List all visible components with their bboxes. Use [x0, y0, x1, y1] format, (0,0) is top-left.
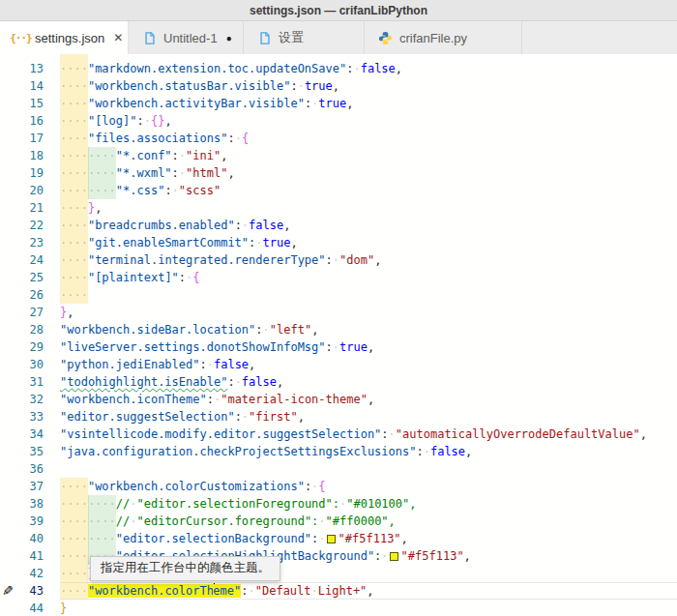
code-line-content[interactable]: "java.configuration.checkProjectSettings…: [60, 443, 677, 460]
token-pun: :: [172, 149, 179, 162]
line-number[interactable]: 16: [0, 112, 60, 130]
token-ws: ·: [389, 427, 396, 441]
code-line-content[interactable]: ········"*.wxml":·"html",: [60, 164, 677, 182]
tab-settings-json[interactable]: {··} settings.json ✕: [0, 21, 129, 54]
token-key: "terminal.integrated.rendererType": [88, 253, 326, 267]
line-number[interactable]: 28: [0, 321, 60, 338]
code-line-content[interactable]: "workbench.sideBar.location":·"left",: [60, 321, 677, 338]
pencil-icon[interactable]: ✎: [2, 582, 14, 600]
code-line-content[interactable]: ····"git.enableSmartCommit":·true,: [60, 234, 677, 251]
code-line-content[interactable]: ········//·"editorCursor.foreground":·"#…: [60, 513, 677, 530]
code-line-content[interactable]: ····"breadcrumbs.enabled":·false,: [60, 217, 677, 234]
code-line-content[interactable]: "workbench.iconTheme":·"material-icon-th…: [60, 391, 677, 408]
close-icon[interactable]: ✕: [113, 31, 123, 44]
code-editor[interactable]: 13····"markdown.extension.toc.updateOnSa…: [0, 54, 677, 616]
editor-tab-bar: {··} settings.json ✕ Untitled-1 ● 设置 cri…: [0, 21, 677, 54]
line-number[interactable]: 38: [0, 495, 60, 513]
line-number[interactable]: ✎43: [0, 582, 60, 600]
code-line-content[interactable]: "python.jediEnabled":·false,: [60, 356, 677, 373]
code-line: 18········"*.conf":·"ini",: [0, 147, 677, 164]
code-line-content[interactable]: ····},: [60, 199, 677, 217]
line-number[interactable]: 15: [0, 95, 60, 112]
code-line-content[interactable]: ····"files.associations":·{: [60, 130, 677, 147]
code-line: 21····},: [0, 199, 677, 217]
token-ws: ····: [60, 236, 88, 249]
code-line-content[interactable]: ····"[log]":·{},: [60, 112, 677, 130]
line-number[interactable]: 19: [0, 164, 60, 182]
line-number[interactable]: 29: [0, 338, 60, 356]
code-line-content[interactable]: "vsintellicode.modify.editor.suggestSele…: [60, 425, 677, 443]
code-line-content[interactable]: ····"terminal.integrated.rendererType":·…: [60, 251, 677, 269]
line-number[interactable]: 39: [0, 513, 60, 530]
line-number[interactable]: 26: [0, 286, 60, 304]
token-key: "workbench.activityBar.visible": [88, 97, 305, 110]
line-number[interactable]: 14: [0, 77, 60, 95]
token-key: "breadcrumbs.enabled": [88, 219, 235, 232]
code-line-content[interactable]: "editor.suggestSelection":·"first",: [60, 408, 677, 425]
code-line-content[interactable]: ····"workbench.statusBar.visible":·true,: [60, 77, 677, 95]
line-number[interactable]: 37: [0, 478, 60, 495]
token-bool: false: [214, 358, 249, 371]
line-number[interactable]: 30: [0, 356, 60, 373]
code-line-content[interactable]: ····"workbench.colorCustomizations":·{: [60, 478, 677, 495]
code-line: 35"java.configuration.checkProjectSettin…: [0, 443, 677, 460]
code-line-content[interactable]: ········"*.conf":·"ini",: [60, 147, 677, 164]
tab-untitled-1[interactable]: Untitled-1 ●: [129, 21, 244, 54]
line-number[interactable]: 33: [0, 408, 60, 425]
token-b1: }: [60, 601, 67, 615]
code-line-content[interactable]: }: [60, 600, 677, 616]
line-number[interactable]: 42: [0, 565, 60, 582]
line-number[interactable]: 18: [0, 147, 60, 164]
token-ws: ·: [144, 114, 151, 128]
code-line-content[interactable]: "todohighlight.isEnable":·false,: [60, 373, 677, 391]
line-number[interactable]: 17: [0, 130, 60, 147]
line-number[interactable]: 13: [0, 60, 60, 77]
line-number[interactable]: 23: [0, 234, 60, 251]
line-number[interactable]: 20: [0, 182, 60, 199]
token-ws: ·: [381, 549, 388, 563]
code-line-content[interactable]: },: [60, 304, 677, 321]
code-line-content[interactable]: ····"[plaintext]":·{: [60, 269, 677, 286]
line-number[interactable]: 36: [0, 460, 60, 478]
code-line-content[interactable]: ········//·"editor.selectionForeground":…: [60, 495, 677, 513]
token-com: "editorCursor.foreground":: [136, 514, 318, 528]
line-number[interactable]: 24: [0, 251, 60, 269]
token-ws: ·: [242, 410, 249, 424]
line-number[interactable]: 44: [0, 600, 60, 616]
line-number[interactable]: 40: [0, 530, 60, 547]
code-line-content[interactable]: ····: [60, 286, 677, 304]
code-line: 29"liveServer.settings.donotShowInfoMsg"…: [0, 338, 677, 356]
code-line-content[interactable]: ········"*.css":·"scss": [60, 182, 677, 199]
code-line-content[interactable]: "liveServer.settings.donotShowInfoMsg":·…: [60, 338, 677, 356]
code-line: 25····"[plaintext]":·{: [0, 269, 677, 286]
code-line-content[interactable]: ····"workbench.colorTheme":·"Default·Lig…: [60, 582, 677, 600]
line-number[interactable]: 32: [0, 391, 60, 408]
token-pun: ,: [374, 253, 381, 267]
token-pun: ,: [396, 62, 402, 75]
code-line-content[interactable]: ····"markdown.extension.toc.updateOnSave…: [60, 60, 677, 77]
tab-she-zhi[interactable]: 设置: [244, 21, 365, 54]
line-number[interactable]: 21: [0, 199, 60, 217]
line-number[interactable]: 34: [0, 425, 60, 443]
code-line-content[interactable]: ········"editor.selectionBackground":·"#…: [60, 530, 677, 547]
line-number[interactable]: 27: [0, 304, 60, 321]
code-line-content[interactable]: ····"workbench.activityBar.visible":·tru…: [60, 95, 677, 112]
token-str: "scss": [179, 184, 221, 197]
token-pun: ,: [368, 393, 374, 406]
token-pun: :: [241, 584, 248, 598]
line-number[interactable]: 35: [0, 443, 60, 460]
code-line-content[interactable]: [60, 460, 677, 478]
line-number[interactable]: 41: [0, 547, 60, 565]
line-number[interactable]: 22: [0, 217, 60, 234]
line-number[interactable]: 25: [0, 269, 60, 286]
token-pun: ,: [368, 340, 374, 354]
token-key: "markdown.extension.toc.updateOnSave": [88, 62, 346, 75]
tab-crifanfile-py[interactable]: crifanFile.py: [365, 21, 522, 54]
modified-dot-icon[interactable]: ●: [226, 33, 232, 44]
token-pun: ,: [333, 79, 339, 93]
token-key: "[log]": [88, 114, 137, 128]
token-str: "first": [249, 410, 298, 424]
code-line: 33"editor.suggestSelection":·"first",: [0, 408, 677, 425]
token-pun: ,: [277, 375, 283, 389]
line-number[interactable]: 31: [0, 373, 60, 391]
